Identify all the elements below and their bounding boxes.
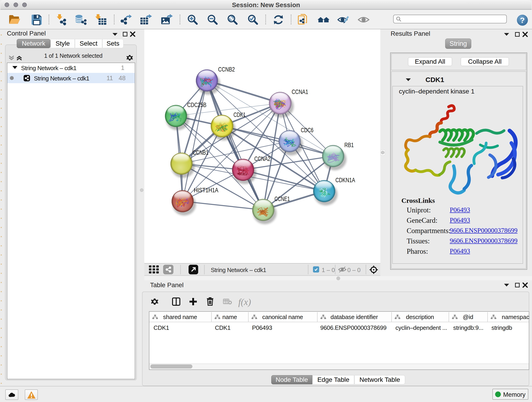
svg-text:CDKN1A: CDKN1A [336, 177, 355, 184]
svg-text:HIST1H1A: HIST1H1A [194, 186, 218, 194]
svg-text:CDC6: CDC6 [301, 127, 313, 134]
svg-text:CCNE1: CCNE1 [274, 195, 290, 202]
svg-text:CCNB2: CCNB2 [218, 66, 235, 73]
svg-text:CDK1: CDK1 [234, 111, 246, 118]
svg-text:CCNA1: CCNA1 [292, 88, 308, 95]
svg-text:CCNA2: CCNA2 [254, 155, 270, 162]
svg-text:CCNB1: CCNB1 [193, 149, 209, 156]
svg-text:CDC25B: CDC25B [187, 101, 206, 108]
svg-text:RB1: RB1 [344, 141, 354, 148]
